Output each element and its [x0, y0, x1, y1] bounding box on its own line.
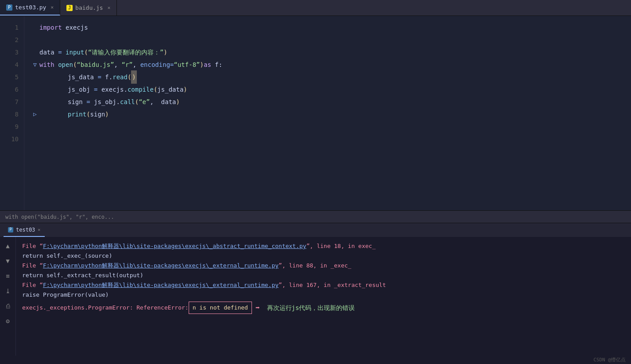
status-text: with open("baidu.js", "r", enco... [5, 214, 114, 220]
gutter-fold-8[interactable] [31, 111, 39, 118]
code-line-3: data = input ( “请输入你要翻译的内容：” ) [31, 46, 631, 58]
tab-label-baidu: baidu.js [75, 4, 103, 11]
code-panel: 1 2 3 4 5 6 7 8 9 10 import execjs [0, 16, 631, 210]
terminal-tab-icon: P [8, 227, 13, 232]
gutter-1 [31, 24, 39, 31]
gutter-2 [31, 36, 39, 43]
gutter-10 [31, 136, 39, 143]
code-line-8: print ( sign ) [31, 108, 631, 120]
tab-bar: P test03.py ✕ J baidu.js ✕ [0, 0, 631, 16]
code-line-1: import execjs [31, 21, 631, 34]
line-num-10: 10 [0, 133, 24, 145]
error-highlight: n is not defined [189, 302, 252, 314]
code-line-7: sign = js_obj. call ( “e” , data ) [31, 96, 631, 108]
status-bar: with open("baidu.js", "r", enco... [0, 210, 631, 223]
line-num-5: 5 [0, 71, 24, 83]
code-line-2 [31, 34, 631, 46]
line-num-9: 9 [0, 120, 24, 133]
gutter-3 [31, 49, 39, 56]
line-num-2: 2 [0, 34, 24, 46]
print-btn[interactable]: ⎙ [3, 301, 13, 311]
code-content[interactable]: import execjs data = input ( “请输入你要翻译的内容… [24, 16, 631, 210]
tab-icon-py: P [6, 4, 12, 11]
tab-baidu[interactable]: J baidu.js ✕ [60, 0, 117, 15]
editor-area: 1 2 3 4 5 6 7 8 9 10 import execjs [0, 16, 631, 356]
error-note: 再次运行js代码，出现新的错误 [267, 303, 355, 313]
tab-test03[interactable]: P test03.py ✕ [0, 0, 60, 15]
error-line-1: File “F:\pycharm\python解释器\lib\site-pack… [22, 241, 625, 251]
tab-close-baidu[interactable]: ✕ [108, 5, 111, 11]
gutter-5 [31, 74, 39, 81]
line-num-3: 3 [0, 46, 24, 58]
bottom-note-text: CSDN @懵亿点 [593, 357, 626, 363]
error-line-3: File “F:\pycharm\python解释器\lib\site-pack… [22, 280, 625, 290]
settings-btn[interactable]: ⚙ [3, 316, 13, 326]
gutter-6 [31, 86, 39, 93]
gutter-7 [31, 98, 39, 105]
gutter-fold-4[interactable] [31, 61, 39, 68]
error-arrow: ➡ [255, 303, 260, 313]
terminal-tab-bar: P test03 ✕ [0, 223, 631, 237]
sort-btn[interactable]: ≡ [3, 271, 13, 281]
code-line-9 [31, 120, 631, 133]
code-output-1: return self._exec_(source) [22, 251, 625, 261]
gutter-9 [31, 123, 39, 130]
error-line-2: File “F:\pycharm\python解释器\lib\site-pack… [22, 261, 625, 271]
terminal-panel: P test03 ✕ ▲ ▼ ≡ ⤓ ⎙ ⚙ File “F:\pycharm\… [0, 223, 631, 356]
download-btn[interactable]: ⤓ [3, 286, 13, 296]
tab-label-test03: test03.py [15, 4, 46, 11]
terminal-output: File “F:\pycharm\python解释器\lib\site-pack… [16, 237, 631, 356]
code-line-6: js_obj = execjs. compile ( js_data ) [31, 83, 631, 96]
code-output-2: return self._extract_result(output) [22, 271, 625, 280]
terminal-sidebar: ▲ ▼ ≡ ⤓ ⎙ ⚙ [0, 237, 16, 356]
line-num-1: 1 [0, 21, 24, 34]
terminal-body: ▲ ▼ ≡ ⤓ ⎙ ⚙ File “F:\pycharm\python解释器\l… [0, 237, 631, 356]
terminal-tab-label: test03 [16, 227, 35, 233]
code-output-3: raise ProgramError(value) [22, 290, 625, 300]
line-numbers: 1 2 3 4 5 6 7 8 9 10 [0, 16, 24, 210]
bottom-note: CSDN @懵亿点 [0, 356, 631, 364]
tab-icon-js: J [66, 5, 73, 11]
line-num-6: 6 [0, 83, 24, 96]
line-num-7: 7 [0, 96, 24, 108]
code-line-10 [31, 133, 631, 145]
code-line-4: with open ( “baidu.js” , “r” , encoding … [31, 58, 631, 71]
terminal-tab-test03[interactable]: P test03 ✕ [4, 223, 45, 237]
line-num-4: 4 [0, 58, 24, 71]
terminal-tab-close[interactable]: ✕ [38, 227, 40, 232]
line-num-8: 8 [0, 108, 24, 120]
scroll-down-btn[interactable]: ▼ [3, 256, 13, 266]
tab-close-test03[interactable]: ✕ [50, 4, 54, 10]
code-line-5: js_data = f . read ( ) [31, 71, 631, 83]
scroll-up-btn[interactable]: ▲ [3, 240, 13, 251]
final-error-line: execjs._exceptions.ProgramError: Referen… [22, 302, 625, 314]
